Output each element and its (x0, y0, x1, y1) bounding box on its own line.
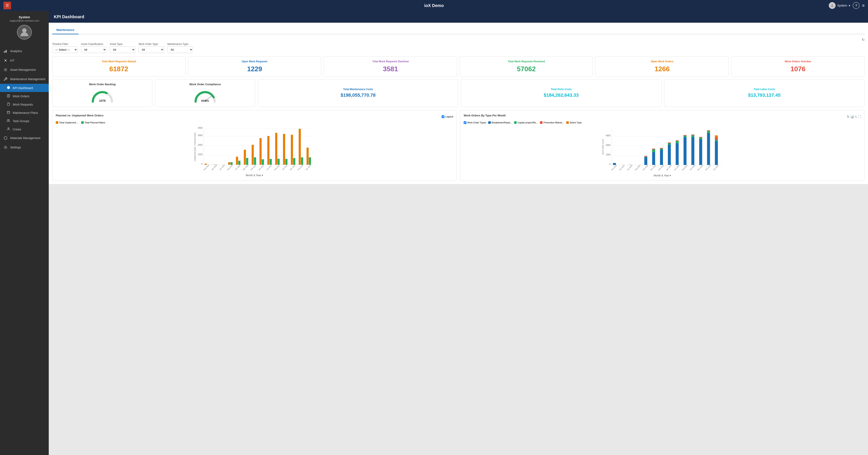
refresh-button[interactable]: ↻ (862, 38, 865, 42)
bar2-bd-4 (645, 157, 647, 165)
svg-rect-2 (4, 51, 5, 53)
kpi-card-open-requests[interactable]: Open Work Requests 1229 (188, 56, 321, 77)
dashboard-container: Maintenance ↻ Timeline Filter: --- Selec… (49, 23, 868, 184)
legend-checkbox[interactable] (442, 115, 444, 118)
chart2-legend: Work Order Types Breakdown/Repai... Capi… (464, 121, 861, 124)
bar-unplanned-11 (291, 134, 293, 165)
top-navigation: ☰ ioX Demo System ▾ ? ≡ (0, 0, 868, 11)
svg-text:1500: 1500 (606, 153, 611, 156)
asset-type-select[interactable]: All Mechanical Electrical Civil (110, 47, 135, 53)
sidebar-item-asset-management[interactable]: Asset Management (0, 65, 49, 74)
sidebar-item-iot[interactable]: IoT (0, 56, 49, 65)
user-avatar-small (829, 2, 836, 9)
bar2-cap-12 (707, 131, 710, 133)
svg-text:Apr 2021: Apr 2021 (258, 164, 265, 171)
kpi-value-total-declined: 3581 (383, 65, 398, 73)
kpi-card-maintenance-costs[interactable]: Total Maintenance Costs $198,055,770.78 (258, 79, 459, 107)
legend-item-checkbox: Legend (442, 115, 453, 118)
help-button[interactable]: ? (853, 2, 860, 9)
sidebar-label-settings: Settings (10, 146, 21, 149)
tab-maintenance[interactable]: Maintenance (52, 26, 79, 34)
compliance-gauge-svg: 85.0% (193, 88, 217, 103)
bar2-bd-9 (684, 137, 687, 165)
user-menu[interactable]: System ▾ (829, 2, 850, 9)
top-menu-button[interactable]: ≡ (862, 3, 865, 8)
sidebar-item-task-groups[interactable]: Task Groups (0, 117, 49, 125)
kpi-label-total-resolved: Total Work Requests Resolved (508, 60, 545, 63)
kpi-value-total-raised: 61872 (110, 65, 128, 73)
hamburger-button[interactable]: ☰ (3, 2, 11, 9)
kpi-card-compliance[interactable]: Work Order Compliance 85.0% (155, 79, 255, 107)
kpi-card-total-declined[interactable]: Total Work Requests Declined 3581 (324, 56, 457, 77)
kpi-card-parts-costs[interactable]: Total Parts Costs $184,262,643.33 (461, 79, 661, 107)
bar2-cap-4 (645, 156, 647, 157)
kpi-value-maintenance-costs: $198,055,770.78 (341, 92, 375, 98)
kpi-card-labor-costs[interactable]: Total Labor Costs $13,793,127.45 (664, 79, 865, 107)
sidebar-item-work-orders[interactable]: Work Orders (0, 92, 49, 100)
bar2-prev-12 (707, 130, 710, 131)
bar2-prev-9 (684, 135, 687, 136)
svg-text:Oct 2021: Oct 2021 (689, 164, 696, 171)
work-order-type-filter-group: Work Order Type: All Planned Unplanned E… (138, 42, 164, 53)
page-header: KPI Dashboard (49, 11, 868, 23)
kpi-card-total-resolved[interactable]: Total Work Requests Resolved 57062 (460, 56, 593, 77)
iot-icon (3, 58, 8, 63)
svg-text:Aug 2020: Aug 2020 (634, 164, 641, 171)
kpi-value-labor-costs: $13,793,127.45 (748, 92, 780, 98)
work-order-type-select[interactable]: All Planned Unplanned Emergency (138, 47, 164, 53)
legend-preventive-label: Preventive Mainte... (544, 121, 564, 124)
svg-text:Dec 2021: Dec 2021 (289, 164, 296, 171)
sidebar-item-maintenance-management[interactable]: Maintenance Management (0, 74, 49, 84)
sidebar-item-materials-management[interactable]: Materials Management (0, 133, 49, 143)
sidebar-item-kpi-dashboard[interactable]: KPI Dashboard (0, 84, 49, 92)
chart2-swap-button[interactable]: ⇅ (847, 115, 849, 118)
work-requests-icon (7, 102, 10, 107)
bar-planned-9 (278, 159, 280, 164)
chart2-bar-button[interactable]: 📊 (850, 115, 854, 118)
sidebar-item-maintenance-plans[interactable]: Maintenance Plans (0, 109, 49, 117)
svg-text:Dec 2021: Dec 2021 (697, 164, 704, 171)
timeline-filter-select[interactable]: --- Select --- Last 30 Days Last 90 Days… (52, 47, 78, 53)
bar-planned-11 (293, 158, 296, 164)
maintenance-type-label: Maintenance Type: (167, 42, 193, 46)
svg-text:Apr 2020: Apr 2020 (619, 164, 625, 171)
svg-text:Oct 2020: Oct 2020 (642, 164, 649, 171)
legend-work-order-types: Work Order Types (464, 121, 486, 124)
bar2-bd-6 (660, 150, 663, 165)
sidebar-item-analytics[interactable]: Analytics (0, 47, 49, 56)
sidebar-item-crews[interactable]: Crews (0, 125, 49, 133)
kpi-card-backlog[interactable]: Work Order Backlog 1076 (52, 79, 152, 107)
maintenance-type-select[interactable]: All Preventive Corrective Predictive (167, 47, 193, 53)
svg-text:Dec 2020: Dec 2020 (242, 164, 249, 171)
kpi-value-open-requests: 1229 (247, 65, 262, 73)
page-title: KPI Dashboard (54, 14, 84, 19)
timeline-filter-group: Timeline Filter: --- Select --- Last 30 … (52, 42, 78, 53)
chart2-area-button[interactable]: ∿ (855, 115, 857, 118)
sidebar-item-work-requests[interactable]: Work Requests (0, 100, 49, 109)
svg-text:0: 0 (609, 163, 611, 165)
sidebar-label-task-groups: Task Groups (13, 119, 29, 123)
settings-icon (3, 145, 8, 149)
kpi-card-open-orders[interactable]: Open Work Orders 1266 (595, 56, 729, 77)
bar-planned-12 (301, 157, 303, 165)
asset-management-icon (3, 68, 8, 72)
svg-rect-9 (7, 111, 10, 114)
bar-unplanned-4 (236, 157, 238, 165)
asset-classification-label: Asset Classification: (81, 42, 106, 46)
sidebar-navigation: Analytics IoT Asset Management Maintenan… (0, 47, 49, 455)
kpi-value-orders-overdue: 1076 (790, 65, 805, 73)
chart1-svg: 0 1000 2000 3000 4000 (56, 125, 453, 172)
chart2-expand-button[interactable]: ⛶ (858, 115, 861, 118)
sidebar: System support@iox-connect.com Analytics… (0, 11, 49, 455)
asset-classification-select[interactable]: All Class A Class B Class C (81, 47, 106, 53)
kpi-card-total-raised[interactable]: Total Work Requests Raised 61872 (52, 56, 185, 77)
legend-types-checkbox[interactable] (464, 121, 466, 124)
sidebar-label-crews: Crews (13, 128, 21, 131)
svg-text:Feb 2020: Feb 2020 (611, 164, 618, 171)
kpi-card-orders-overdue[interactable]: Work Orders Overdue 1076 (731, 56, 865, 77)
sidebar-item-settings[interactable]: Settings (0, 143, 49, 152)
kpi-bottom-row: Work Order Backlog 1076 Work Order Compl… (52, 79, 865, 107)
svg-text:2000: 2000 (198, 144, 203, 146)
kpi-dashboard-icon (7, 86, 10, 90)
nav-right: System ▾ ? ≡ (829, 2, 865, 9)
